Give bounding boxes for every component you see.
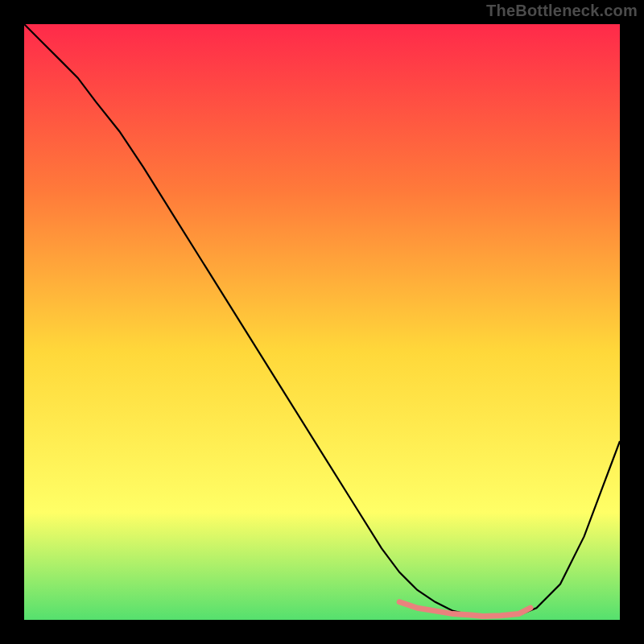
gradient-background bbox=[24, 24, 620, 620]
chart-frame: TheBottleneck.com bbox=[0, 0, 644, 644]
plot-area bbox=[24, 24, 620, 620]
chart-svg bbox=[24, 24, 620, 620]
watermark-text: TheBottleneck.com bbox=[486, 2, 638, 20]
